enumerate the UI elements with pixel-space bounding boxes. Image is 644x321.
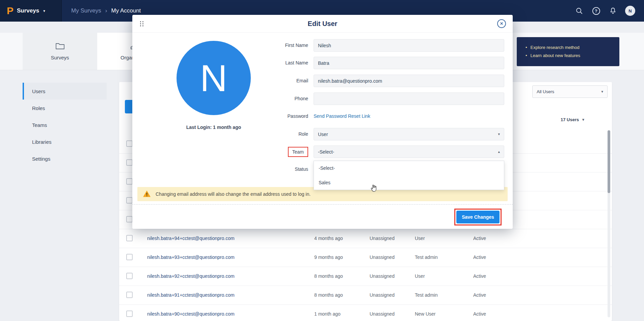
role-cell: User [415, 229, 425, 248]
modal-header: Edit User ✕ [132, 15, 513, 33]
breadcrumb-parent[interactable]: My Surveys [71, 7, 101, 14]
bullet-icon: • [526, 52, 527, 60]
status-label: Status [251, 163, 308, 176]
table-row: nilesh.batra+93+cctest@questionpro.com 9… [119, 248, 612, 267]
sidebar-item-label: Users [32, 88, 45, 94]
first-name-label: First Name [251, 39, 308, 52]
sidebar-item-libraries[interactable]: Libraries [23, 133, 107, 150]
team-cell: Unassigned [370, 286, 395, 304]
team-option-select[interactable]: -Select- [314, 161, 504, 176]
save-changes-button[interactable]: Save Changes [456, 211, 500, 223]
team-cell: Unassigned [370, 304, 395, 321]
sidebar-item-label: Teams [32, 122, 47, 128]
promo-item[interactable]: • Explore research method [526, 44, 619, 52]
search-icon[interactable] [574, 6, 584, 16]
notifications-bell-icon[interactable] [608, 6, 618, 16]
scrollbar-track[interactable] [608, 130, 610, 317]
team-option-sales[interactable]: Sales [314, 176, 504, 190]
status-cell: Active [473, 248, 486, 267]
role-select[interactable]: User ▾ [314, 128, 504, 140]
user-email-link[interactable]: nilesh.batra+91+cctest@questionpro.com [147, 286, 235, 304]
row-checkbox[interactable] [126, 216, 133, 222]
table-row: nilesh.batra+90+cctest@questionpro.com 1… [119, 304, 612, 321]
app-root: P Surveys ▾ My Surveys › My Account ? N [0, 0, 644, 321]
team-label-highlight: Team [251, 145, 308, 158]
topbar-actions: ? N [574, 6, 644, 16]
tab-surveys[interactable]: Surveys [23, 33, 97, 70]
last-name-label: Last Name [251, 57, 308, 69]
close-icon[interactable]: ✕ [497, 19, 506, 28]
chevron-down-icon: ▾ [601, 89, 603, 94]
status-cell: Active [473, 267, 486, 286]
product-switcher[interactable]: P Surveys ▾ [0, 0, 62, 22]
sidebar-item-roles[interactable]: Roles [23, 100, 107, 116]
last-login-cell: 4 months ago [314, 229, 343, 248]
users-count-dropdown[interactable]: 17 Users ▾ [561, 117, 584, 122]
user-email-link[interactable]: nilesh.batra+94+cctest@questionpro.com [147, 229, 235, 248]
row-checkbox[interactable] [126, 159, 133, 166]
role-cell: New User [415, 304, 435, 321]
send-password-reset-link[interactable]: Send Password Reset Link [314, 110, 370, 123]
status-cell: Active [473, 286, 486, 304]
product-name: Surveys [17, 7, 39, 14]
team-cell: Unassigned [370, 267, 395, 286]
sidebar-item-settings[interactable]: Settings [23, 150, 107, 167]
row-checkbox[interactable] [126, 178, 133, 185]
warning-triangle-icon [143, 190, 151, 198]
table-row: nilesh.batra+94+cctest@questionpro.com 4… [119, 229, 612, 248]
row-checkbox[interactable] [126, 235, 133, 241]
team-select[interactable]: -Select- ▴ [314, 145, 504, 158]
row-checkbox[interactable] [126, 254, 133, 260]
first-name-field[interactable] [314, 39, 504, 52]
promo-item-label: Learn about new features [531, 52, 580, 60]
drag-handle-icon[interactable] [140, 21, 144, 27]
role-label: Role [251, 128, 308, 140]
table-row: nilesh.batra+92+cctest@questionpro.com 8… [119, 267, 612, 286]
password-label: Password [251, 110, 308, 123]
user-email-link[interactable]: nilesh.batra+90+cctest@questionpro.com [147, 304, 235, 321]
sidebar-item-label: Roles [32, 105, 45, 111]
last-login-text: Last Login: 1 month ago [163, 125, 264, 130]
promo-item[interactable]: • Learn about new features [526, 52, 619, 60]
phone-field[interactable] [314, 92, 504, 105]
row-checkbox[interactable] [126, 140, 133, 147]
team-cell: Unassigned [370, 229, 395, 248]
team-label: Team [288, 147, 308, 157]
team-cell: Unassigned [370, 248, 395, 267]
sidebar-item-teams[interactable]: Teams [23, 116, 107, 133]
chevron-down-icon: ▾ [498, 132, 500, 136]
sidebar-item-users[interactable]: Users [23, 83, 107, 100]
row-checkbox[interactable] [126, 273, 133, 279]
table-row: nilesh.batra+91+cctest@questionpro.com 8… [119, 286, 612, 305]
last-login-cell: 8 months ago [314, 286, 343, 304]
team-dropdown-panel: -Select- Sales [314, 161, 504, 190]
chevron-up-icon: ▴ [498, 150, 500, 154]
user-email-link[interactable]: nilesh.batra+92+cctest@questionpro.com [147, 267, 235, 286]
role-cell: User [415, 267, 425, 286]
row-checkbox[interactable] [126, 197, 133, 204]
row-checkbox[interactable] [126, 311, 133, 317]
user-avatar[interactable]: N [625, 6, 635, 16]
tab-surveys-label: Surveys [51, 55, 69, 60]
sidebar-item-label: Settings [32, 156, 50, 162]
users-filter-select[interactable]: All Users ▾ [532, 85, 608, 98]
last-name-field[interactable] [314, 57, 504, 69]
email-label: Email [251, 75, 308, 87]
chevron-down-icon: ▾ [43, 9, 45, 13]
role-select-value: User [318, 132, 328, 137]
scrollbar-thumb[interactable] [608, 130, 610, 193]
active-indicator [23, 83, 24, 100]
user-avatar-large: N [177, 41, 251, 115]
footer-divider [132, 204, 513, 205]
promo-box: • Explore research method • Learn about … [517, 37, 619, 66]
email-field[interactable] [314, 75, 504, 87]
help-icon[interactable]: ? [591, 6, 601, 16]
settings-sidebar: Users Roles Teams Libraries Settings [23, 83, 107, 167]
chevron-down-icon: ▾ [582, 117, 584, 122]
row-checkbox[interactable] [126, 292, 133, 298]
folder-icon [55, 42, 65, 51]
breadcrumb: My Surveys › My Account [71, 7, 141, 14]
user-email-link[interactable]: nilesh.batra+93+cctest@questionpro.com [147, 248, 235, 267]
phone-label: Phone [251, 92, 308, 105]
role-cell: Test admin [415, 286, 438, 304]
